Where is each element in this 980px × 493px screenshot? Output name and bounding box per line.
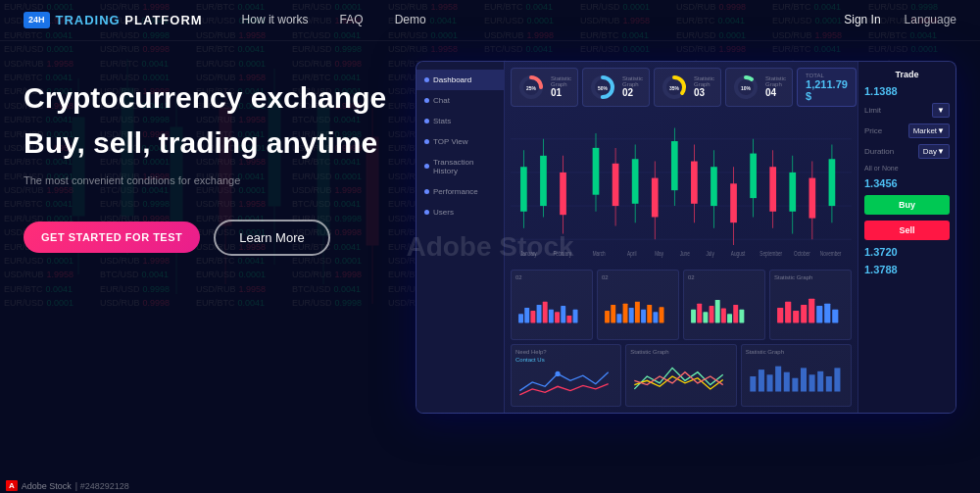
svg-rect-117 [801, 368, 807, 391]
svg-rect-109 [832, 309, 838, 322]
logo: 24H TRADING PLATFORM [24, 12, 203, 28]
svg-rect-57 [730, 183, 737, 222]
svg-text:October: October [794, 249, 810, 258]
sidebar-dot [424, 189, 429, 194]
learn-more-button[interactable]: Learn More [214, 220, 329, 256]
svg-rect-100 [733, 304, 738, 322]
svg-text:June: June [680, 249, 690, 258]
svg-text:January: January [520, 249, 537, 259]
trade-limit-dropdown[interactable]: ▼ [932, 103, 950, 118]
svg-rect-51 [612, 163, 619, 205]
svg-text:10%: 10% [741, 85, 752, 91]
sidebar-item-chat[interactable]: Chat [416, 90, 504, 111]
stat-donut-2: 50% [589, 74, 616, 101]
svg-rect-33 [540, 155, 547, 205]
svg-rect-47 [829, 159, 836, 206]
navigation: 24H TRADING PLATFORM How it works FAQ De… [0, 0, 980, 41]
logo-trading: TRADING [56, 13, 121, 27]
svg-rect-79 [555, 312, 560, 322]
bottom-bottom-row: Need Help? Contact Us Statistic Graph [505, 344, 858, 413]
trade-duration-label: Duration [864, 147, 894, 156]
trade-duration-dropdown[interactable]: Day ▼ [918, 144, 950, 159]
trade-price-3: 1.3720 [864, 246, 950, 258]
nav-right: Sign In Language [844, 13, 956, 26]
svg-rect-88 [635, 301, 640, 322]
get-started-button[interactable]: GET STARTED FOR TEST [24, 222, 200, 253]
buy-button[interactable]: Buy [864, 195, 950, 215]
sidebar-dot [424, 119, 429, 123]
svg-rect-97 [715, 300, 720, 322]
widget-2: 02 [597, 270, 679, 340]
trade-price-large-1: 1.1388 [864, 85, 898, 97]
trade-duration-row: Duration Day ▼ [864, 144, 950, 159]
sidebar-item-label: Stats [433, 117, 451, 125]
stat-info-2: Statistic Graph 02 [622, 75, 643, 98]
trade-price-dropdown[interactable]: Market ▼ [908, 123, 950, 138]
svg-rect-61 [809, 177, 816, 218]
sidebar-dot [424, 139, 429, 144]
svg-rect-53 [652, 177, 659, 217]
widget-sm-2: Statistic Graph [625, 344, 736, 407]
sidebar-item-transactions[interactable]: Transaction History [416, 152, 504, 181]
svg-text:August: August [731, 249, 746, 259]
nav-demo[interactable]: Demo [395, 13, 426, 26]
sidebar-item-performance[interactable]: Performance [416, 181, 504, 202]
nav-signin[interactable]: Sign In [844, 13, 880, 26]
nav-how-it-works[interactable]: How it works [242, 13, 309, 26]
svg-rect-74 [524, 308, 529, 322]
stat-info-4: Statistic Graph 04 [765, 75, 786, 98]
svg-rect-85 [616, 314, 621, 322]
hero-buttons: GET STARTED FOR TEST Learn More [24, 220, 396, 256]
widget-chart-2 [602, 282, 674, 336]
sidebar-item-dashboard[interactable]: Dashboard [416, 70, 504, 90]
total-value: 1,211.79 $ [806, 78, 848, 102]
stat-donut-4: 10% [732, 74, 760, 101]
svg-rect-113 [766, 374, 772, 391]
svg-rect-78 [549, 309, 554, 322]
svg-rect-82 [573, 309, 578, 322]
svg-rect-59 [769, 167, 776, 212]
svg-rect-49 [560, 173, 566, 215]
sell-button[interactable]: Sell [864, 221, 950, 240]
svg-rect-92 [660, 307, 664, 322]
sidebar-item-stats[interactable]: Stats [416, 111, 504, 131]
nav-language[interactable]: Language [905, 13, 956, 26]
svg-rect-39 [671, 141, 678, 190]
svg-rect-112 [759, 370, 764, 391]
svg-rect-101 [739, 309, 744, 322]
svg-text:March: March [593, 249, 606, 258]
line-chart-1 [515, 363, 616, 402]
svg-rect-55 [691, 161, 698, 203]
svg-rect-31 [520, 167, 527, 212]
trade-limit-label: Limit [864, 106, 881, 115]
svg-rect-83 [605, 311, 610, 322]
svg-text:35%: 35% [669, 85, 680, 91]
svg-rect-45 [789, 173, 796, 212]
sidebar-item-label: TOP View [433, 137, 468, 146]
stat-info-3: Statistic Graph 03 [694, 75, 714, 98]
stat-donut-3: 35% [661, 74, 688, 101]
sidebar-dot [424, 77, 429, 82]
svg-rect-107 [816, 306, 822, 322]
trade-limit-row: Limit ▼ [864, 103, 950, 118]
widget-chart-1 [515, 282, 588, 336]
svg-rect-86 [623, 303, 628, 322]
stat-card-2: 50% Statistic Graph 02 [582, 68, 650, 107]
nav-faq[interactable]: FAQ [340, 13, 364, 26]
sidebar-item-top-view[interactable]: TOP View [416, 131, 504, 152]
svg-rect-94 [697, 303, 702, 322]
hero-title2: Buy, sell, trading anytime [24, 125, 396, 161]
sidebar-item-users[interactable]: Users [416, 202, 504, 222]
trade-price-val: Market [913, 126, 937, 135]
trade-price-4: 1.3788 [864, 264, 950, 275]
svg-rect-41 [710, 167, 717, 206]
svg-text:25%: 25% [526, 85, 537, 91]
svg-rect-84 [611, 304, 615, 322]
widget-3: 02 [683, 270, 765, 340]
hero-section: Cryptocurrency exchange Buy, sell, tradi… [24, 61, 396, 256]
bottom-widgets: 02 [505, 266, 858, 344]
hero-title1: Cryptocurrency exchange [24, 80, 396, 116]
trade-duration-val: Day [923, 147, 937, 156]
total-card: TOTAL 1,211.79 $ [797, 68, 857, 107]
widget-chart-3 [688, 282, 760, 336]
